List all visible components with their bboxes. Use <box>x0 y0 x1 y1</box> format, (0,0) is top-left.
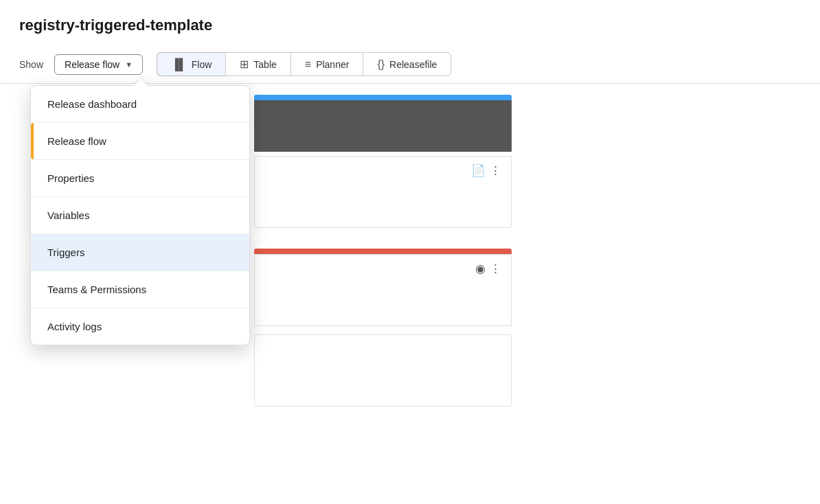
table-icon: ⊞ <box>240 58 249 71</box>
page-container: registry-triggered-template Show Release… <box>0 0 820 504</box>
dropdown-menu: Release dashboard Release flow Propertie… <box>30 85 250 345</box>
toolbar: Show Release flow ▼ ▐▌ Flow ⊞ Table ≡ Pl… <box>0 45 820 84</box>
dropdown-item-variables[interactable]: Variables <box>31 197 249 234</box>
releasefile-icon: {} <box>377 58 385 71</box>
dropdown-item-triggers[interactable]: Triggers <box>31 234 249 271</box>
view-tabs: ▐▌ Flow ⊞ Table ≡ Planner {} Releasefile <box>157 52 451 76</box>
tab-flow[interactable]: ▐▌ Flow <box>157 52 225 76</box>
tab-planner-label: Planner <box>316 59 349 70</box>
dropdown-item-properties[interactable]: Properties <box>31 160 249 197</box>
dropdown-selected-label: Release flow <box>65 59 119 70</box>
more-options-icon-1[interactable]: ⋮ <box>490 163 501 178</box>
tab-releasefile-label: Releasefile <box>389 59 437 70</box>
chevron-down-icon: ▼ <box>125 60 133 69</box>
flow-card-3: ◉ ⋮ <box>254 249 512 326</box>
flow-icon: ▐▌ <box>171 58 187 71</box>
flow-card-2: 📄 ⋮ <box>254 156 512 228</box>
show-label: Show <box>19 59 43 70</box>
dropdown-arrow <box>134 79 148 86</box>
tab-releasefile[interactable]: {} Releasefile <box>363 52 451 76</box>
dropdown-item-release-flow[interactable]: Release flow <box>31 123 249 160</box>
dropdown-item-release-dashboard[interactable]: Release dashboard <box>31 86 249 123</box>
document-icon[interactable]: 📄 <box>471 163 486 178</box>
planner-icon: ≡ <box>305 58 311 71</box>
check-circle-icon[interactable]: ◉ <box>475 262 486 276</box>
tab-planner[interactable]: ≡ Planner <box>291 52 363 76</box>
tab-flow-label: Flow <box>192 59 212 70</box>
more-options-icon-2[interactable]: ⋮ <box>490 262 501 276</box>
flow-card-4 <box>254 334 512 406</box>
page-title: registry-triggered-template <box>0 0 820 45</box>
show-dropdown-button[interactable]: Release flow ▼ <box>54 54 143 75</box>
active-indicator <box>31 123 34 159</box>
tab-table-label: Table <box>253 59 276 70</box>
tab-table[interactable]: ⊞ Table <box>225 52 290 76</box>
flow-card-1 <box>254 95 512 152</box>
dropdown-item-teams-permissions[interactable]: Teams & Permissions <box>31 271 249 308</box>
dropdown-item-activity-logs[interactable]: Activity logs <box>31 308 249 345</box>
